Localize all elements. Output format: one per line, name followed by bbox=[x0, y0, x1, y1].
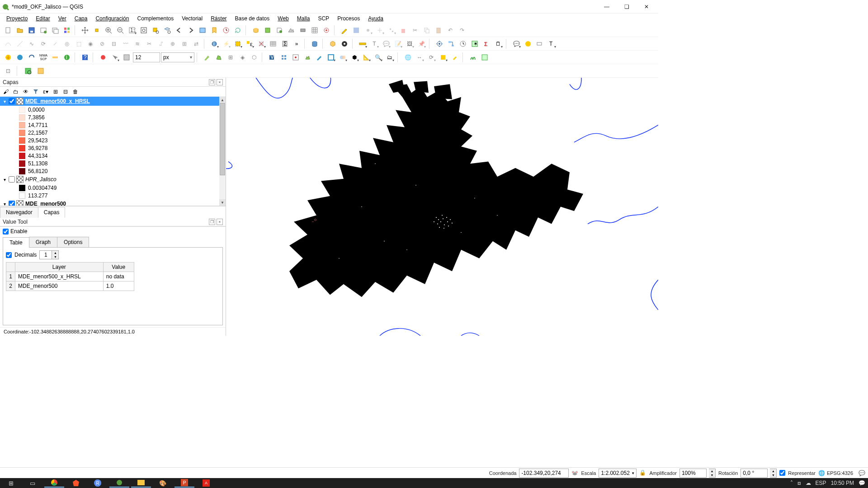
offset-curve-button[interactable]: ≋ bbox=[132, 38, 143, 49]
annotation-html-button[interactable]: 📝 bbox=[392, 38, 403, 49]
layer-item-mde-hrsl[interactable]: ▾ MDE_menor500_x_HRSL bbox=[0, 97, 226, 106]
model-designer-button[interactable] bbox=[446, 38, 457, 49]
save-project-button[interactable] bbox=[26, 25, 37, 36]
zoom-full-button[interactable] bbox=[138, 25, 149, 36]
zonal-button[interactable] bbox=[479, 52, 490, 63]
layer-item-hpr[interactable]: ▾ HPR_Jalisco bbox=[0, 175, 226, 184]
selection-set-button[interactable] bbox=[438, 52, 448, 63]
minimize-button[interactable]: — bbox=[597, 0, 617, 13]
new-mesh-button[interactable] bbox=[309, 25, 320, 36]
label-button[interactable] bbox=[534, 38, 545, 49]
layer-visibility-checkbox[interactable] bbox=[9, 176, 15, 183]
table-row[interactable]: 2MDE_menor5001.0 bbox=[6, 282, 134, 291]
analysis-tools-button[interactable]: 📐 bbox=[361, 52, 372, 63]
fill-ring-button[interactable]: ◉ bbox=[85, 38, 96, 49]
history-button[interactable] bbox=[458, 38, 468, 49]
remove-layer-icon[interactable]: 🗑 bbox=[71, 88, 80, 96]
collapse-all-icon[interactable]: ⊟ bbox=[61, 88, 70, 96]
maximize-button[interactable]: ❏ bbox=[617, 0, 637, 13]
menu-raster[interactable]: Ráster bbox=[207, 14, 230, 23]
layout-manager-button[interactable] bbox=[50, 25, 61, 36]
delete-part-button[interactable]: ⊟ bbox=[108, 38, 119, 49]
collapse-icon[interactable]: ▾ bbox=[2, 202, 7, 206]
raster-bright-button[interactable] bbox=[302, 52, 313, 63]
deselect-button[interactable] bbox=[256, 38, 267, 49]
vertex-tool-button[interactable] bbox=[386, 25, 397, 36]
raster-calc-button[interactable]: V√ bbox=[267, 52, 278, 63]
edit-paint-button[interactable] bbox=[314, 52, 325, 63]
menu-malla[interactable]: Malla bbox=[293, 14, 314, 23]
nolabel-button[interactable]: T bbox=[546, 38, 557, 49]
enable-snapping-button[interactable]: ⊡ bbox=[3, 66, 14, 76]
measure-button[interactable] bbox=[357, 38, 368, 49]
geometry-tools-button[interactable]: ⬢ bbox=[349, 52, 360, 63]
statistical-summary-button[interactable]: Σ bbox=[481, 38, 492, 49]
cut-button[interactable]: ✂ bbox=[410, 25, 420, 36]
geometry-checker-button[interactable] bbox=[339, 38, 350, 49]
coord-capture-button[interactable] bbox=[35, 66, 46, 76]
new-spatialite-button[interactable] bbox=[250, 25, 261, 36]
grass-button[interactable] bbox=[467, 52, 478, 63]
toggle-edit-button[interactable] bbox=[339, 25, 350, 36]
menu-vectorial[interactable]: Vectorial bbox=[178, 14, 206, 23]
snap-button[interactable]: ◈ bbox=[237, 52, 248, 63]
zoom-out-button[interactable] bbox=[115, 25, 126, 36]
pan-button[interactable] bbox=[80, 25, 90, 36]
menu-ayuda[interactable]: Ayuda bbox=[364, 14, 387, 23]
reverse-button[interactable]: ⇄ bbox=[191, 38, 202, 49]
menu-ver[interactable]: Ver bbox=[55, 14, 70, 23]
table-row[interactable]: 1MDE_menor500_x_HRSLno data bbox=[6, 272, 134, 282]
style-manager-button[interactable] bbox=[61, 25, 72, 36]
close-panel-icon[interactable]: × bbox=[217, 219, 223, 225]
annotation-svg-button[interactable]: 🖼 bbox=[404, 38, 415, 49]
overflow-button[interactable]: » bbox=[291, 38, 302, 49]
add-group-icon[interactable]: 🗀 bbox=[12, 88, 20, 96]
open-project-button[interactable] bbox=[14, 25, 25, 36]
scp-tools-button[interactable] bbox=[26, 52, 37, 63]
filter-legend-icon[interactable] bbox=[32, 88, 40, 96]
save-edits-button[interactable] bbox=[351, 25, 362, 36]
redo-button[interactable]: ↷ bbox=[457, 25, 467, 36]
new-gpx-button[interactable] bbox=[321, 25, 332, 36]
menu-web[interactable]: Web bbox=[274, 14, 292, 23]
zoom-last-button[interactable] bbox=[174, 25, 184, 36]
scp-ruler-button[interactable] bbox=[50, 52, 61, 63]
polygon-button[interactable] bbox=[213, 52, 224, 63]
menu-configuracion[interactable]: Configuración bbox=[92, 14, 132, 23]
simplify-button[interactable]: ⟋ bbox=[50, 38, 61, 49]
temporal-button[interactable] bbox=[221, 25, 231, 36]
collapse-icon[interactable]: ▾ bbox=[2, 99, 7, 104]
manage-themes-icon[interactable]: 👁 bbox=[22, 88, 30, 96]
refresh-button[interactable] bbox=[232, 25, 243, 36]
scp-info-button[interactable]: i bbox=[61, 52, 72, 63]
label-move-button[interactable]: ↔ bbox=[414, 52, 425, 63]
menu-scp[interactable]: SCP bbox=[314, 14, 333, 23]
layer-item-mde[interactable]: ▾ MDE_menor500 bbox=[0, 199, 226, 206]
undock-icon[interactable]: ❐ bbox=[209, 79, 215, 85]
pan-to-selection-button[interactable] bbox=[91, 25, 102, 36]
layer-visibility-checkbox[interactable] bbox=[9, 98, 15, 104]
processing-toolbox-button[interactable] bbox=[434, 38, 445, 49]
annotation-form-button[interactable]: 💬 bbox=[381, 38, 392, 49]
python-button[interactable] bbox=[523, 38, 533, 49]
offset-point-button[interactable]: ∿ bbox=[26, 38, 37, 49]
research-tools-button[interactable]: 🔍 bbox=[373, 52, 383, 63]
menu-proyecto[interactable]: Proyecto bbox=[3, 14, 31, 23]
new-bookmark-button[interactable] bbox=[209, 25, 220, 36]
maptips-button[interactable]: 💬 bbox=[511, 38, 522, 49]
split-features-button[interactable]: ✂ bbox=[144, 38, 155, 49]
trim-extend-button[interactable] bbox=[14, 38, 25, 49]
decimals-spinner[interactable]: ▲▼ bbox=[39, 250, 59, 259]
vector-tools-button[interactable] bbox=[326, 52, 336, 63]
select-button[interactable] bbox=[232, 38, 243, 49]
paste-button[interactable] bbox=[433, 25, 444, 36]
value-tool-button[interactable] bbox=[23, 66, 33, 76]
tab-options[interactable]: Options bbox=[57, 237, 89, 247]
decimals-checkbox[interactable] bbox=[6, 252, 12, 258]
tab-graph[interactable]: Graph bbox=[29, 237, 57, 247]
digitize-button[interactable] bbox=[202, 52, 212, 63]
new-virtual-button[interactable] bbox=[286, 25, 297, 36]
map-canvas[interactable] bbox=[226, 78, 658, 336]
actions-button[interactable]: ⚡ bbox=[221, 38, 231, 49]
enable-checkbox[interactable] bbox=[3, 229, 9, 235]
